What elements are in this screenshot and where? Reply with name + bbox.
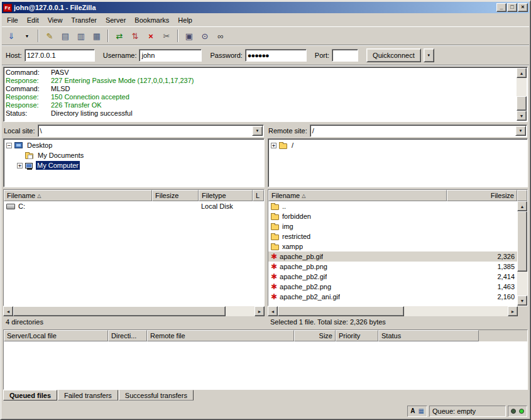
remote-tree-toggle-button[interactable]: ▥ <box>74 28 89 43</box>
column-header-filetype[interactable]: Filetype <box>199 190 253 201</box>
cell-text: .. <box>282 202 286 210</box>
remote-list-scrollbar[interactable]: ▲ ▼ <box>517 201 527 306</box>
tree-item-desktop[interactable]: −Desktop <box>4 140 263 150</box>
menu-item-edit[interactable]: Edit <box>23 14 43 26</box>
remote-site-combo[interactable]: / ▼ <box>310 124 527 137</box>
username-input[interactable] <box>139 49 202 62</box>
file-row-apache-pb-gif[interactable]: ✱apache_pb.gif2,326 <box>268 251 517 262</box>
file-cell: .. <box>268 201 447 211</box>
password-input[interactable] <box>245 49 307 62</box>
local-hscrollbar[interactable]: ◄ ► <box>3 306 265 316</box>
column-header-label: Filesize <box>155 192 178 199</box>
file-row-apache-pb2-gif[interactable]: ✱apache_pb2.gif2,414 <box>268 272 517 282</box>
disconnect-button[interactable]: ✂ <box>159 28 174 43</box>
scroll-up-icon[interactable]: ▲ <box>517 201 527 211</box>
refresh-button[interactable]: ⇄ <box>112 28 127 43</box>
column-header-server-local-file[interactable]: Server/Local file <box>4 330 108 341</box>
site-manager-button[interactable]: ⇓ <box>4 28 19 43</box>
scrollbar-thumb[interactable] <box>517 211 527 272</box>
scroll-up-icon[interactable]: ▲ <box>517 68 527 78</box>
menu-item-server[interactable]: Server <box>101 14 130 26</box>
file-row-apache-pb2-ani-gif[interactable]: ✱apache_pb2_ani.gif2,160 <box>268 292 517 302</box>
file-row-xampp[interactable]: xampp <box>268 241 517 251</box>
log-text: 227 Entering Passive Mode (127,0,0,1,17,… <box>51 77 194 85</box>
quickconnect-button[interactable]: Quickconnect <box>366 48 421 62</box>
find-files-button[interactable]: ∞ <box>213 28 228 43</box>
local-site-combo[interactable]: \ ▼ <box>38 124 264 137</box>
file-row-apache-pb2-png[interactable]: ✱apache_pb2.png1,463 <box>268 282 517 292</box>
cell-text: 2,414 <box>497 273 515 280</box>
column-header-size[interactable]: Size <box>294 330 336 341</box>
file-row-forbidden[interactable]: forbidden <box>268 211 517 221</box>
scroll-right-icon[interactable]: ► <box>255 306 265 316</box>
combo-dropdown-icon[interactable]: ▼ <box>515 126 526 136</box>
local-tree-toggle-button[interactable]: ▤ <box>58 28 73 43</box>
log-scrollbar[interactable]: ▲ ▼ <box>517 68 527 121</box>
cancel-button[interactable]: × <box>143 28 158 43</box>
menu-item-view[interactable]: View <box>43 14 67 26</box>
tree-expander-icon[interactable]: + <box>17 163 23 169</box>
queue-body[interactable] <box>4 341 527 389</box>
scroll-down-icon[interactable]: ▼ <box>517 296 527 306</box>
remote-site-row: Remote site: / ▼ <box>268 123 528 138</box>
close-button[interactable]: × <box>518 3 528 12</box>
column-header-status[interactable]: Status <box>378 330 479 341</box>
scroll-right-icon[interactable]: ► <box>508 306 518 316</box>
scrollbar-thumb[interactable] <box>278 306 404 316</box>
log-label: Response: <box>6 93 51 101</box>
menu-item-transfer[interactable]: Transfer <box>67 14 101 26</box>
process-queue-button[interactable]: ⇅ <box>128 28 143 43</box>
scroll-down-icon[interactable]: ▼ <box>517 111 527 121</box>
scrollbar-thumb[interactable] <box>13 306 226 316</box>
search-button[interactable]: ⊙ <box>197 28 212 43</box>
column-header-priority[interactable]: Priority <box>336 330 378 341</box>
site-manager-dropdown-button[interactable]: ▼ <box>19 28 35 43</box>
minimize-button[interactable]: _ <box>496 3 506 12</box>
menu-item-file[interactable]: File <box>3 14 23 26</box>
remote-tree: +/ <box>268 138 528 187</box>
tree-item-item[interactable]: +/ <box>269 140 527 150</box>
scrollbar-track[interactable] <box>13 306 255 316</box>
tree-expander-icon[interactable]: + <box>271 143 276 148</box>
cell-text: 2,326 <box>497 253 515 260</box>
column-header-filesize[interactable]: Filesize <box>152 190 199 201</box>
log-line: Response:150 Connection accepted <box>6 93 515 101</box>
port-input[interactable] <box>332 49 358 62</box>
tab-failed-transfers[interactable]: Failed transfers <box>58 390 118 401</box>
queue-toggle-button[interactable]: ▦ <box>89 28 104 43</box>
local-site-label: Local site: <box>4 127 35 135</box>
file-row-c[interactable]: C:Local Disk <box>4 201 264 211</box>
menu-item-help[interactable]: Help <box>173 14 197 26</box>
file-row-img[interactable]: img <box>268 221 517 231</box>
tree-item-my-documents[interactable]: My Documents <box>4 150 263 160</box>
quickconnect-dropdown-button[interactable]: ▼ <box>424 48 434 62</box>
column-header-l[interactable]: L <box>253 190 264 201</box>
menu-item-bookmarks[interactable]: Bookmarks <box>130 14 173 26</box>
column-header-filename[interactable]: Filename△ <box>268 190 447 201</box>
tree-item-my-computer[interactable]: +My Computer <box>4 160 263 170</box>
tree-expander-icon[interactable]: − <box>6 143 12 148</box>
file-row-apache-pb-png[interactable]: ✱apache_pb.png1,385 <box>268 262 517 272</box>
tab-queued-files[interactable]: Queued files <box>3 390 57 401</box>
column-header-filename[interactable]: Filename△ <box>4 190 152 201</box>
scroll-left-icon[interactable]: ◄ <box>268 306 278 316</box>
combo-dropdown-icon[interactable]: ▼ <box>252 126 263 136</box>
directory-compare-button[interactable]: ▣ <box>182 28 197 43</box>
message-log-toggle-button[interactable]: ✎ <box>42 28 57 43</box>
file-cell: ✱apache_pb2.png <box>268 282 447 292</box>
directory-compare-icon: ▣ <box>185 32 193 40</box>
host-input[interactable] <box>25 49 95 62</box>
column-header-directi[interactable]: Directi... <box>108 330 147 341</box>
scrollbar-thumb[interactable] <box>517 96 527 111</box>
scrollbar-track[interactable] <box>517 211 527 296</box>
column-header-remote-file[interactable]: Remote file <box>147 330 294 341</box>
file-row-restricted[interactable]: restricted <box>268 231 517 241</box>
tab-successful-transfers[interactable]: Successful transfers <box>119 390 194 401</box>
scroll-left-icon[interactable]: ◄ <box>3 306 13 316</box>
scrollbar-track[interactable] <box>278 306 508 316</box>
remote-hscrollbar[interactable]: ◄ ► <box>268 306 528 316</box>
file-row-item[interactable]: .. <box>268 201 517 211</box>
maximize-button[interactable]: □ <box>507 3 517 12</box>
scrollbar-track[interactable] <box>517 78 527 111</box>
column-header-filesize[interactable]: Filesize <box>447 190 517 201</box>
